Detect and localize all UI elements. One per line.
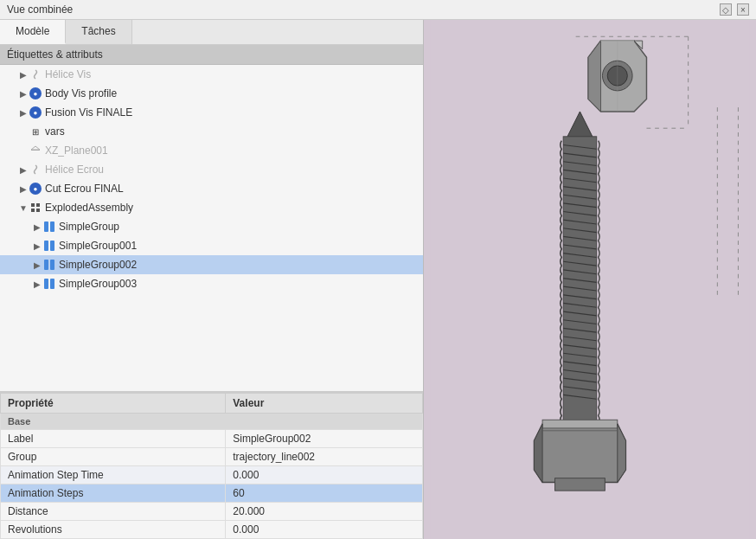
prop-row-distance: Distance 20.000: [1, 503, 423, 521]
svg-marker-1: [31, 146, 40, 150]
tab-modele[interactable]: Modèle: [0, 20, 66, 44]
tabs-bar: Modèle Tâches: [0, 20, 423, 45]
exploded-assembly-label: ExplodedAssembly: [45, 202, 133, 214]
close-button[interactable]: ×: [737, 3, 749, 16]
prop-name-label: Label: [1, 430, 226, 448]
svg-rect-3: [36, 203, 40, 207]
svg-rect-61: [542, 420, 618, 428]
tree-item-simple-group-002[interactable]: ▶ SimpleGroup002: [0, 255, 423, 274]
prop-value-label: SimpleGroup002: [226, 430, 423, 448]
svg-rect-9: [50, 241, 54, 251]
cut-ecrou-icon: ●: [29, 183, 42, 195]
prop-row-anim-steps: Animation Steps 60: [1, 484, 423, 503]
xz-plane-label: XZ_Plane001: [45, 144, 108, 157]
expand-helice-ecrou[interactable]: ▶: [17, 164, 29, 176]
tree-item-fusion-vis[interactable]: ▶ ● Fusion Vis FINALE: [0, 103, 423, 122]
right-panel[interactable]: [424, 20, 756, 539]
prop-value-revolutions: 0.000: [226, 521, 423, 539]
svg-rect-2: [31, 203, 35, 207]
expand-cut-ecrou[interactable]: ▶: [17, 183, 29, 195]
expand-exploded-assembly[interactable]: ▼: [17, 202, 29, 214]
svg-rect-4: [31, 209, 35, 212]
simple-group-icon: [43, 221, 55, 233]
prop-name-revolutions: Revolutions: [1, 521, 226, 539]
tree-item-cut-ecrou[interactable]: ▶ ● Cut Ecrou FINAL: [0, 179, 423, 198]
svg-rect-13: [50, 279, 54, 289]
svg-rect-8: [44, 241, 48, 251]
fusion-vis-icon: ●: [29, 106, 42, 119]
svg-rect-5: [36, 209, 40, 212]
cut-ecrou-label: Cut Ecrou FINAL: [45, 183, 124, 195]
simple-group-001-icon: [43, 240, 55, 252]
svg-rect-7: [50, 221, 54, 232]
svg-rect-10: [44, 260, 48, 270]
prop-group-base: Base: [1, 414, 423, 430]
helice-ecrou-label: Hélice Ecrou: [45, 164, 104, 176]
tree-item-simple-group[interactable]: ▶ SimpleGroup: [0, 217, 423, 236]
helice-ecrou-icon: [29, 164, 42, 176]
expand-body-vis[interactable]: ▶: [17, 87, 29, 99]
tree-wrapper: ▶ Hélice Vis ▶ ● Body Vis profile ▶ ● F: [0, 65, 423, 391]
tree-item-simple-group-001[interactable]: ▶ SimpleGroup001: [0, 236, 423, 255]
prop-row-group: Group trajectory_line002: [1, 448, 423, 466]
body-vis-icon: ●: [29, 87, 42, 99]
group-label: Base: [1, 414, 423, 430]
simple-group-003-label: SimpleGroup003: [59, 278, 137, 290]
helix-vis-icon: [29, 68, 42, 80]
tree-item-vars[interactable]: ▶ ⊞ vars: [0, 122, 423, 141]
title-bar-buttons: ◇ ×: [720, 3, 749, 16]
title-bar: Vue combinée ◇ ×: [0, 0, 756, 20]
prop-row-revolutions: Revolutions 0.000: [1, 521, 423, 539]
tree-item-exploded-assembly[interactable]: ▼ ExplodedAssembly: [0, 198, 423, 217]
properties-panel: Propriété Valeur Base Label SimpleGroup0…: [0, 391, 423, 539]
expand-fusion-vis[interactable]: ▶: [17, 106, 29, 119]
prop-col-header: Propriété: [1, 394, 226, 414]
expand-helice-vis[interactable]: ▶: [17, 68, 29, 80]
expand-simple-group-001[interactable]: ▶: [31, 240, 43, 252]
tree-scroll[interactable]: ▶ Hélice Vis ▶ ● Body Vis profile ▶ ● F: [0, 65, 423, 391]
vars-icon: ⊞: [29, 125, 42, 138]
prop-name-anim-steps: Animation Steps: [1, 484, 226, 503]
simple-group-003-icon: [43, 278, 55, 290]
value-col-header: Valeur: [226, 394, 423, 414]
prop-name-distance: Distance: [1, 503, 226, 521]
expand-simple-group-002[interactable]: ▶: [31, 259, 43, 271]
helice-vis-label: Hélice Vis: [45, 68, 91, 80]
expand-simple-group[interactable]: ▶: [31, 221, 43, 233]
properties-table: Propriété Valeur Base Label SimpleGroup0…: [0, 393, 423, 539]
tab-taches[interactable]: Tâches: [66, 20, 131, 44]
tree-item-xz-plane[interactable]: ▶ XZ_Plane001: [0, 141, 423, 160]
prop-value-anim-step-time: 0.000: [226, 466, 423, 484]
exploded-assembly-icon: [29, 202, 42, 214]
simple-group-002-icon: [43, 259, 55, 271]
simple-group-label: SimpleGroup: [59, 221, 119, 233]
svg-rect-11: [50, 260, 54, 270]
simple-group-001-label: SimpleGroup001: [59, 240, 137, 252]
tree-item-body-vis[interactable]: ▶ ● Body Vis profile: [0, 84, 423, 103]
simple-group-002-label: SimpleGroup002: [59, 259, 137, 271]
prop-name-anim-step-time: Animation Step Time: [1, 466, 226, 484]
pin-button[interactable]: ◇: [720, 3, 732, 16]
svg-rect-12: [44, 279, 48, 289]
svg-marker-60: [534, 424, 625, 482]
prop-value-distance: 20.000: [226, 503, 423, 521]
expand-simple-group-003[interactable]: ▶: [31, 278, 43, 290]
prop-name-group: Group: [1, 448, 226, 466]
prop-value-group: trajectory_line002: [226, 448, 423, 466]
xz-plane-icon: [29, 144, 42, 157]
body-vis-label: Body Vis profile: [45, 87, 117, 99]
left-panel: Modèle Tâches Étiquettes & attributs ▶ H…: [0, 20, 424, 539]
prop-value-anim-steps: 60: [226, 484, 423, 503]
tree-item-helice-vis[interactable]: ▶ Hélice Vis: [0, 65, 423, 84]
main-container: Modèle Tâches Étiquettes & attributs ▶ H…: [0, 20, 756, 539]
vars-label: vars: [45, 125, 65, 138]
viewport-svg: [424, 20, 756, 539]
fusion-vis-label: Fusion Vis FINALE: [45, 106, 132, 119]
section-header: Étiquettes & attributs: [0, 45, 423, 65]
tree-item-helice-ecrou[interactable]: ▶ Hélice Ecrou: [0, 160, 423, 179]
svg-rect-6: [44, 221, 48, 232]
prop-row-label: Label SimpleGroup002: [1, 430, 423, 448]
tree-item-simple-group-003[interactable]: ▶ SimpleGroup003: [0, 274, 423, 293]
prop-row-anim-step-time: Animation Step Time 0.000: [1, 466, 423, 484]
svg-rect-65: [555, 478, 605, 491]
